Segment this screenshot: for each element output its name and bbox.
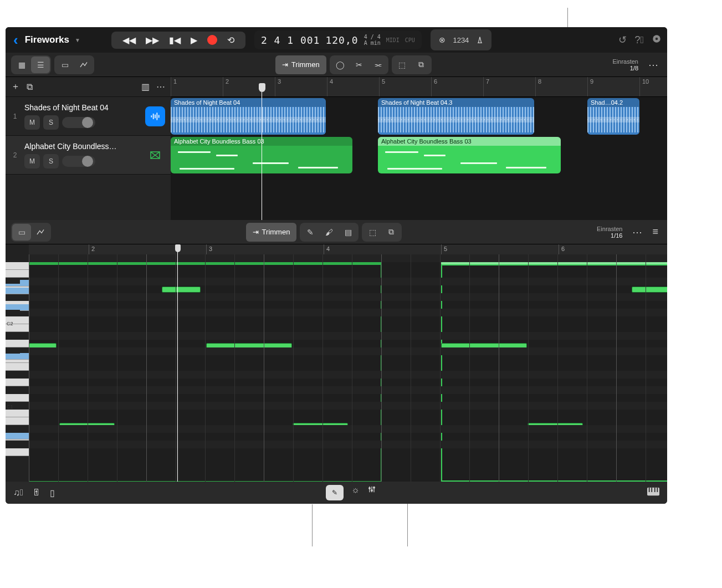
- editor-automation-view-button[interactable]: [31, 224, 50, 241]
- list-view-button[interactable]: ☰: [31, 57, 50, 73]
- bar-ruler[interactable]: 1 2 3 4 5 6 7 8 9 10: [171, 77, 667, 97]
- join-tool-button[interactable]: ⫘: [368, 57, 387, 73]
- velocity-tool-button[interactable]: ▤: [339, 224, 357, 241]
- note-grid[interactable]: 2 3 4 5 6 ess Bass 03 Alphabet City Boun…: [29, 244, 667, 482]
- track-number: 1: [11, 113, 19, 120]
- tracks-area: ＋ ⧉ ▥ ⋯ 1 Shades of Night Beat 04 M S: [6, 77, 667, 220]
- svg-point-1: [656, 37, 658, 40]
- snap-setting[interactable]: Einrasten 1/8: [613, 58, 638, 71]
- lcd-display[interactable]: 2 4 1 001 120,0 4 / 4 A min MIDI CPU: [254, 30, 422, 49]
- waveform-icon[interactable]: [145, 106, 165, 126]
- snap-label: Einrasten: [613, 58, 638, 65]
- go-to-start-button[interactable]: ▮◀: [169, 35, 181, 45]
- solo-button[interactable]: S: [43, 115, 59, 130]
- audio-region[interactable]: Shad…04.2: [587, 98, 639, 135]
- audio-region[interactable]: Shades of Night Beat 04: [171, 98, 326, 135]
- count-in-button[interactable]: 1234: [452, 32, 470, 48]
- loop-tool-button[interactable]: ◯: [331, 57, 350, 73]
- replace-mode-button[interactable]: ⊗: [433, 32, 452, 48]
- lcd-position: 2 4 1 001: [261, 34, 320, 46]
- help-button[interactable]: ?⃝: [634, 34, 644, 46]
- volume-slider[interactable]: [62, 156, 95, 167]
- lcd-cpu-label: CPU: [405, 37, 415, 43]
- editor-ruler[interactable]: 2 3 4 5 6: [29, 244, 667, 254]
- track-headers: ＋ ⧉ ▥ ⋯ 1 Shades of Night Beat 04 M S: [6, 77, 171, 220]
- play-button[interactable]: ▶: [191, 35, 197, 45]
- editor-trim-button[interactable]: ⇥ Trimmen: [246, 223, 297, 242]
- mute-button[interactable]: M: [24, 154, 40, 168]
- piano-keyboard[interactable]: C2C1: [6, 244, 29, 482]
- view-mode-segment: ▦ ☰: [11, 55, 51, 74]
- lcd-tempo: 120,0: [325, 34, 358, 46]
- remote-button[interactable]: ▯: [50, 488, 55, 498]
- bar-number: 4: [330, 78, 333, 85]
- grid-view-button[interactable]: ▦: [12, 57, 31, 73]
- track-name: Shades of Night Beat 04: [24, 103, 140, 112]
- track-more-button[interactable]: ⋯: [156, 81, 165, 92]
- scissors-tool-button[interactable]: ✂: [350, 57, 368, 73]
- tracks-more-button[interactable]: ⋯: [645, 59, 662, 71]
- editor-more-button[interactable]: ⋯: [629, 226, 646, 238]
- bar-number: 10: [642, 78, 649, 85]
- automation-view-button[interactable]: [74, 57, 93, 73]
- mixer-button[interactable]: 🎚: [32, 488, 41, 498]
- solo-button[interactable]: S: [43, 154, 59, 168]
- audio-region[interactable]: Shades of Night Beat 04.3: [378, 98, 534, 135]
- duplicate-track-button[interactable]: ⧉: [27, 82, 33, 92]
- trim-icon: ⇥: [253, 228, 259, 236]
- waveform-thumbnail: [587, 107, 639, 132]
- region-label: Shades of Night Beat 04: [171, 98, 326, 107]
- project-title: Fireworks: [25, 34, 69, 45]
- svg-rect-13: [651, 488, 652, 492]
- timeline[interactable]: 1 2 3 4 5 6 7 8 9 10 Shades of Night Bea…: [171, 77, 667, 220]
- bar-number: 2: [91, 246, 95, 252]
- metronome-button[interactable]: [470, 32, 489, 48]
- fast-forward-button[interactable]: ▶▶: [146, 35, 159, 45]
- select-tool-button[interactable]: ⬚: [393, 57, 412, 73]
- copy-tool-button[interactable]: ⧉: [412, 57, 431, 73]
- quantize-button[interactable]: ☼: [351, 485, 360, 500]
- snap-value: 1/8: [613, 65, 638, 71]
- svg-point-10: [373, 487, 375, 488]
- editor-menu-icon[interactable]: ≡: [649, 226, 662, 238]
- midi-region-selected[interactable]: Alphabet City Boundless Bass 03: [378, 137, 561, 173]
- pencil-tool-button[interactable]: ✎: [301, 224, 320, 241]
- piano-roll-editor: ▭ ⇥ Trimmen ✎ 🖌 ▤ ⬚ ⧉: [6, 220, 667, 482]
- editor-region-view-button[interactable]: ▭: [12, 224, 31, 241]
- record-button[interactable]: [207, 35, 217, 45]
- track-row[interactable]: 1 Shades of Night Beat 04 M S: [6, 97, 171, 136]
- editor-playhead[interactable]: [177, 244, 178, 482]
- rewind-button[interactable]: ◀◀: [122, 35, 136, 45]
- browser-button[interactable]: ♫⃞: [13, 488, 23, 498]
- cycle-button[interactable]: ⟲: [227, 35, 234, 45]
- region-label: Shad…04.2: [587, 98, 639, 107]
- trim-tool-button[interactable]: ⇥ Trimmen: [275, 55, 326, 74]
- editor-snap-setting[interactable]: Einrasten 1/16: [597, 226, 622, 239]
- track-row[interactable]: 2 Alphabet City Boundless… M S: [6, 136, 171, 175]
- add-track-button[interactable]: ＋: [11, 81, 20, 93]
- playhead[interactable]: [262, 88, 262, 220]
- project-menu-chevron-icon[interactable]: ▼: [75, 37, 80, 43]
- edit-mode-button[interactable]: ✎: [326, 485, 344, 500]
- library-button[interactable]: ▥: [141, 81, 150, 92]
- tracks-toolbar: ▦ ☰ ▭ ⇥ Trimmen ◯ ✂ ⫘ ⬚ ⧉ Ein: [6, 53, 667, 77]
- svg-point-9: [371, 490, 372, 492]
- brush-tool-button[interactable]: 🖌: [320, 224, 339, 241]
- editor-copy-button[interactable]: ⧉: [382, 224, 401, 241]
- svg-rect-12: [649, 488, 650, 492]
- bar-number: 6: [434, 78, 437, 85]
- instrument-icon[interactable]: [145, 145, 165, 165]
- track-name: Alphabet City Boundless…: [24, 142, 140, 151]
- editor-select-button[interactable]: ⬚: [363, 224, 382, 241]
- region-view-button[interactable]: ▭: [55, 57, 74, 73]
- undo-button[interactable]: ↺: [618, 34, 627, 46]
- keyboard-button[interactable]: [647, 487, 659, 498]
- volume-slider[interactable]: [62, 117, 95, 128]
- mute-button[interactable]: M: [24, 115, 40, 130]
- bar-number: 1: [173, 78, 177, 85]
- settings-button[interactable]: [652, 34, 662, 47]
- controls-button[interactable]: [367, 485, 376, 500]
- bar-number: 7: [486, 78, 489, 85]
- back-button[interactable]: ‹: [11, 32, 21, 49]
- editor-snap-value: 1/16: [597, 232, 622, 239]
